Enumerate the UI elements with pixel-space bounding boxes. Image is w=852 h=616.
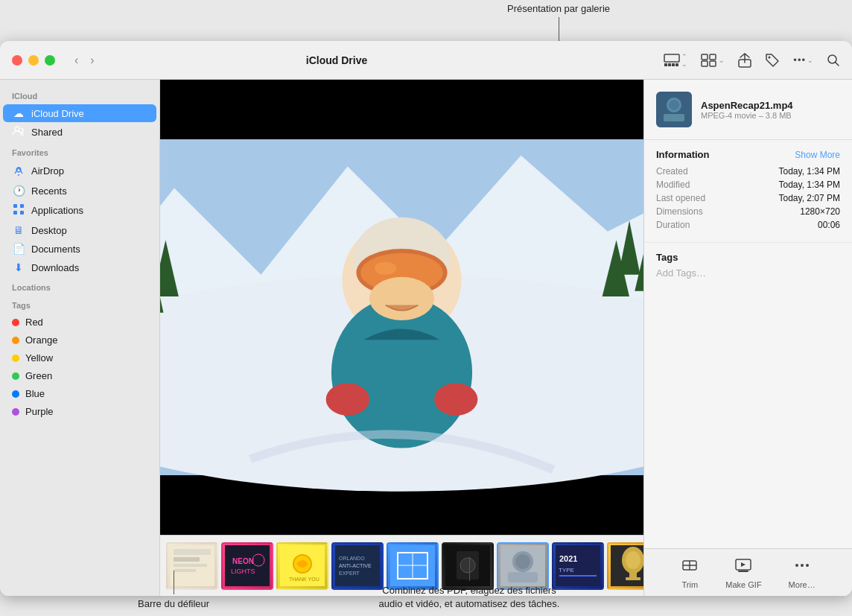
preview-container: NEON LIGHTS THANK YOU (160, 80, 643, 596)
svg-rect-6 (710, 54, 716, 60)
info-panel: AspenRecap21.mp4 MPEG-4 movie – 3.8 MB I… (643, 80, 852, 596)
svg-rect-16 (20, 204, 24, 208)
svg-rect-43 (174, 564, 207, 567)
gallery-view-button[interactable]: ⌃⌄ (664, 53, 687, 68)
documents-icon: 📄 (12, 243, 25, 255)
trim-button[interactable]: Trim (681, 556, 699, 589)
info-row-modified: Modified Today, 1:34 PM (656, 180, 840, 190)
grid-view-button[interactable]: ⌄ (701, 54, 725, 67)
action-bar: Trim Make GIF (644, 548, 852, 596)
filmstrip-thumb-2[interactable]: NEON LIGHTS (221, 542, 273, 590)
tag-yellow-label: Yellow (25, 352, 53, 363)
tag-red-label: Red (25, 317, 43, 328)
svg-rect-17 (13, 211, 17, 215)
show-more-button[interactable]: Show More (795, 150, 840, 160)
dimensions-value: 1280×720 (800, 206, 840, 217)
sidebar: iCloud ☁ iCloud Drive Shared Favorites (0, 80, 160, 596)
svg-point-86 (801, 564, 804, 567)
svg-point-14 (18, 174, 19, 176)
svg-line-12 (836, 62, 839, 66)
info-row-dimensions: Dimensions 1280×720 (656, 206, 840, 217)
info-row-last-opened: Last opened Today, 2:07 PM (656, 193, 840, 203)
airdrop-icon (12, 164, 25, 178)
tag-orange-dot (12, 337, 19, 344)
sidebar-item-icloud-drive[interactable]: ☁ iCloud Drive (3, 104, 156, 122)
duration-key: Duration (656, 220, 690, 230)
grid-chevron: ⌄ (719, 57, 725, 64)
created-value: Today, 1:34 PM (779, 166, 841, 177)
modified-value: Today, 1:34 PM (779, 180, 841, 190)
sidebar-item-airdrop[interactable]: AirDrop (3, 161, 156, 181)
minimize-button[interactable] (28, 55, 39, 66)
sidebar-item-recents[interactable]: 🕐 Recents (3, 182, 156, 200)
sidebar-item-shared[interactable]: Shared (3, 123, 156, 142)
close-button[interactable] (12, 55, 22, 66)
gallery-area: NEON LIGHTS THANK YOU (160, 80, 852, 596)
add-tags-placeholder[interactable]: Add Tags… (656, 267, 840, 279)
file-thumbnail (656, 92, 692, 127)
svg-rect-78 (664, 114, 684, 121)
svg-marker-84 (741, 562, 746, 567)
sidebar-item-tag-purple[interactable]: Purple (3, 403, 156, 420)
info-section-header: Information Show More (656, 149, 840, 160)
maximize-button[interactable] (45, 55, 55, 66)
svg-rect-1 (664, 63, 667, 66)
main-preview[interactable] (160, 80, 643, 535)
svg-rect-5 (702, 54, 708, 60)
section-label-tags: Tags (0, 295, 159, 313)
section-label-locations: Locations (0, 277, 159, 295)
svg-text:THANK YOU: THANK YOU (289, 577, 320, 582)
sidebar-item-applications[interactable]: Applications (3, 200, 156, 220)
svg-rect-0 (664, 54, 679, 62)
tag-blue-dot (12, 390, 19, 398)
make-gif-button[interactable]: Make GIF (725, 556, 761, 589)
svg-text:LIGHTS: LIGHTS (231, 568, 255, 575)
more-actions-icon (793, 556, 811, 578)
callout-scrollbar: Barre du défileur (138, 571, 209, 610)
duration-value: 00:06 (818, 220, 840, 230)
svg-rect-42 (174, 557, 200, 562)
sidebar-item-tag-blue[interactable]: Blue (3, 385, 156, 402)
svg-text:NEON: NEON (232, 557, 254, 565)
window-body: iCloud ☁ iCloud Drive Shared Favorites (0, 80, 852, 596)
tag-button[interactable] (765, 53, 780, 68)
sidebar-item-label: Documents (31, 244, 80, 255)
svg-rect-83 (738, 571, 748, 572)
window-title: iCloud Drive (108, 54, 566, 66)
info-row-duration: Duration 00:06 (656, 220, 840, 230)
sidebar-item-label: AirDrop (31, 165, 64, 177)
sidebar-item-tag-yellow[interactable]: Yellow (3, 349, 156, 366)
tag-green-dot (12, 372, 19, 380)
gallery-chevron: ⌃⌄ (681, 53, 687, 68)
svg-rect-4 (675, 63, 678, 66)
nav-buttons: ‹ › (70, 52, 99, 69)
sidebar-item-documents[interactable]: 📄 Documents (3, 240, 156, 258)
more-options-button[interactable]: ••• ⌄ (793, 54, 813, 66)
last-opened-key: Last opened (656, 193, 705, 203)
info-header: AspenRecap21.mp4 MPEG-4 movie – 3.8 MB (644, 80, 852, 140)
sidebar-item-tag-green[interactable]: Green (3, 367, 156, 384)
sidebar-item-downloads[interactable]: ⬇ Downloads (3, 258, 156, 276)
forward-button[interactable]: › (86, 52, 98, 69)
titlebar: ‹ › iCloud Drive ⌃⌄ (0, 41, 852, 80)
more-chevron: ⌄ (807, 57, 813, 64)
sidebar-item-tag-orange[interactable]: Orange (3, 331, 156, 349)
svg-rect-74 (626, 577, 640, 580)
dimensions-key: Dimensions (656, 206, 703, 217)
sidebar-item-tag-red[interactable]: Red (3, 314, 156, 331)
svg-point-38 (326, 383, 369, 416)
info-row-created: Created Today, 1:34 PM (656, 166, 840, 177)
shared-icon (12, 126, 25, 139)
search-button[interactable] (827, 54, 840, 67)
callout-actions: Combinez des PDF, élaguez des fichiers a… (320, 557, 618, 610)
svg-point-35 (375, 261, 396, 274)
svg-point-77 (669, 100, 679, 110)
back-button[interactable]: ‹ (70, 52, 83, 69)
sidebar-item-label: Applications (31, 205, 83, 216)
tag-blue-label: Blue (25, 388, 45, 399)
trim-label: Trim (682, 580, 699, 589)
sidebar-item-label: Desktop (31, 225, 67, 236)
more-actions-button[interactable]: More… (789, 556, 816, 589)
share-button[interactable] (738, 53, 751, 68)
sidebar-item-desktop[interactable]: 🖥 Desktop (3, 221, 156, 239)
